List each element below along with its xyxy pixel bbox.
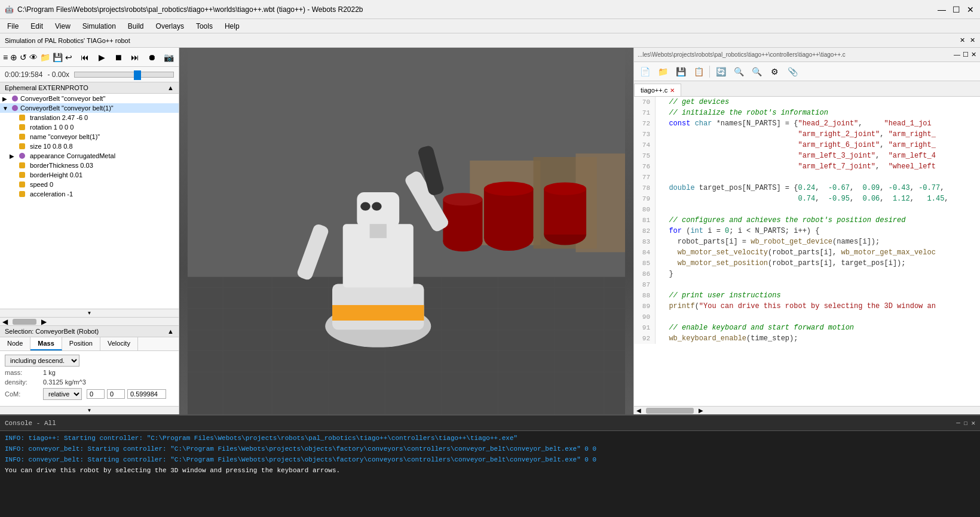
mass-row: mass: 1 kg — [5, 369, 174, 376]
scene-tree-scroll-down[interactable]: ▼ — [0, 309, 179, 317]
menu-file[interactable]: File — [2, 21, 23, 32]
scene-tree-scroll-up[interactable]: ▲ — [167, 84, 174, 91]
console-close[interactable]: ✕ — [971, 419, 975, 427]
line-num-74: 74 — [634, 140, 656, 150]
timer-fast-btn[interactable]: ⏭ — [128, 50, 142, 64]
scene-tree: ▶ ConveyorBelt "conveyor belt" ▼ Conveyo… — [0, 94, 179, 309]
tree-item-translation[interactable]: translation 2.47 -6 0 — [7, 113, 179, 122]
close-button[interactable]: ✕ — [966, 5, 975, 14]
tab-node[interactable]: Node — [0, 337, 30, 350]
toolbar-add-btn[interactable]: ⊕ — [10, 49, 18, 66]
tree-item-speed[interactable]: speed 0 — [7, 180, 179, 189]
timer-play-btn[interactable]: ▶ — [94, 50, 109, 64]
com-x-input[interactable] — [87, 389, 105, 399]
tree-item-acceleration[interactable]: acceleration -1 — [7, 189, 179, 199]
tree-item-conveyor2[interactable]: ▼ ConveyorBelt "conveyor belt(1)" — [0, 103, 179, 113]
tree-item-appearance[interactable]: ▶ appearance CorrugatedMetal — [7, 151, 179, 161]
code-line-82: 82 for (int i = 0; i < N_PARTS; i++) { — [634, 226, 980, 236]
hscroll-right[interactable]: ▶ — [39, 318, 49, 326]
sim-label-close2[interactable]: ✕ — [970, 36, 975, 44]
hscroll-thumb[interactable] — [13, 319, 36, 325]
code-hscroll-right[interactable]: ▶ — [696, 407, 706, 414]
code-line-75: 75 "arm_left_3_joint", "arm_left_4 — [634, 150, 980, 161]
right-header: ...les\Webots\projects\robots\pal_roboti… — [634, 48, 980, 62]
editor-copy-btn[interactable]: 📋 — [690, 63, 707, 80]
menu-view[interactable]: View — [50, 21, 75, 32]
menu-simulation[interactable]: Simulation — [78, 21, 121, 32]
sim-label-close1[interactable]: ✕ — [960, 36, 965, 44]
minimize-button[interactable]: — — [937, 5, 947, 14]
right-minimize[interactable]: — — [954, 51, 960, 59]
tree-item-rotation[interactable]: rotation 1 0 0 0 — [7, 122, 179, 132]
selection-scroll-down[interactable]: ▼ — [0, 406, 179, 414]
left-panel: ≡ ⊕ ↺ 👁 📁 💾 ↩ ⏮ ▶ ⏹ ⏭ ⏺ 📷 🎬 📤 🔊 0: — [0, 48, 179, 414]
selection-scroll-up[interactable]: ▲ — [167, 328, 174, 335]
right-close[interactable]: ✕ — [971, 51, 976, 59]
toolbar-reload-btn[interactable]: ↺ — [19, 49, 27, 66]
line-num-70: 70 — [634, 97, 656, 107]
editor-open-btn[interactable]: 📁 — [654, 63, 671, 80]
tab-position[interactable]: Position — [62, 337, 100, 350]
menu-build[interactable]: Build — [123, 21, 149, 32]
scene-tree-hscroll[interactable]: ◀ ▶ — [0, 317, 179, 325]
com-y-input[interactable] — [107, 389, 125, 399]
editor-new-btn[interactable]: 📄 — [636, 63, 653, 80]
menu-tools[interactable]: Tools — [191, 21, 218, 32]
editor-reload-btn[interactable]: 🔄 — [712, 63, 729, 80]
including-descend-dropdown[interactable]: including descend. excluding descend. — [5, 355, 79, 367]
editor-save-btn[interactable]: 💾 — [672, 63, 689, 80]
viewport[interactable] — [179, 48, 633, 414]
right-maximize[interactable]: ☐ — [963, 51, 969, 59]
toolbar-save-btn[interactable]: 💾 — [52, 49, 63, 66]
console-minimize[interactable]: — — [956, 419, 960, 427]
tree-item-size[interactable]: size 10 0.8 0.8 — [7, 141, 179, 151]
line-code-84: wb_motor_set_velocity(robot_parts[i], wb… — [656, 247, 936, 258]
menu-edit[interactable]: Edit — [26, 21, 48, 32]
editor-tab-close[interactable]: ✕ — [670, 87, 675, 94]
code-line-90: 90 — [634, 312, 980, 322]
hscroll-left[interactable]: ◀ — [0, 318, 10, 326]
timer-rewind-btn[interactable]: ⏮ — [78, 50, 92, 64]
tree-item-borderthickness[interactable]: borderThickness 0.03 — [7, 161, 179, 170]
speed-bar[interactable] — [74, 72, 174, 78]
timer-cam-btn[interactable]: 📷 — [161, 50, 176, 64]
toolbar-menu-btn[interactable]: ≡ — [2, 49, 8, 66]
tree-item-borderheight[interactable]: borderHeight 0.01 — [7, 170, 179, 180]
tree-item-conveyor1[interactable]: ▶ ConveyorBelt "conveyor belt" — [0, 94, 179, 103]
timer-stop-btn[interactable]: ⏹ — [111, 50, 125, 64]
code-line-72: 72 const char *names[N_PARTS] = {"head_2… — [634, 118, 980, 129]
console-line-1: INFO: tiago++: Starting controller: "C:\… — [5, 433, 975, 443]
tree-dot-1 — [12, 96, 18, 101]
editor-search2-btn[interactable]: 🔍 — [748, 63, 765, 80]
window-controls: — ☐ ✕ — [937, 5, 975, 14]
toolbar-open-btn[interactable]: 📁 — [39, 49, 51, 66]
editor-tab-main[interactable]: tiago++.c ✕ — [634, 84, 681, 96]
com-dropdown[interactable]: relative absolute — [43, 388, 82, 400]
tree-arrow-2: ▼ — [2, 105, 10, 112]
code-hscroll-thumb[interactable] — [646, 408, 694, 414]
code-view[interactable]: 70 // get devices 71 // initialize the r… — [634, 97, 980, 406]
console-title: Console - All — [5, 420, 56, 427]
tree-dot-translation — [19, 115, 25, 121]
toolbar-undo-btn[interactable]: ↩ — [65, 49, 73, 66]
menu-overlays[interactable]: Overlays — [151, 21, 189, 32]
console-maximize[interactable]: ☐ — [964, 419, 968, 427]
console-header: Console - All — ☐ ✕ — [0, 416, 980, 431]
mass-label: mass: — [5, 369, 41, 376]
com-z-input[interactable] — [127, 389, 166, 399]
timer-rec-btn[interactable]: ⏺ — [145, 50, 159, 64]
code-hscroll[interactable]: ◀ ▶ — [634, 406, 980, 414]
tab-mass[interactable]: Mass — [30, 337, 62, 350]
editor-link-btn[interactable]: 📎 — [784, 63, 801, 80]
tab-velocity[interactable]: Velocity — [100, 337, 138, 350]
tree-item-name[interactable]: name "conveyor belt(1)" — [7, 132, 179, 141]
code-hscroll-left[interactable]: ◀ — [634, 407, 644, 414]
svg-point-23 — [544, 183, 586, 195]
maximize-button[interactable]: ☐ — [951, 5, 961, 14]
editor-search-btn[interactable]: 🔍 — [730, 63, 747, 80]
menu-help[interactable]: Help — [220, 21, 244, 32]
toolbar-view-btn[interactable]: 👁 — [29, 49, 38, 66]
scene-tree-header: Ephemeral EXTERNPROTO ▲ — [0, 82, 179, 94]
line-code-91: // enable keyboard and start forward mot… — [656, 322, 854, 333]
editor-settings-btn[interactable]: ⚙ — [766, 63, 783, 80]
